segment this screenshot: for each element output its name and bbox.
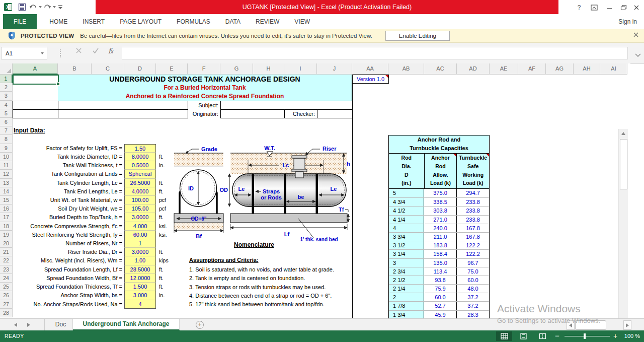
anchor-cell-turnbuckle-load[interactable]: 75.0 xyxy=(457,267,489,276)
row-header-23[interactable]: 23 xyxy=(0,265,13,274)
input-cell[interactable]: 4.000 xyxy=(124,222,156,231)
column-header-I[interactable]: I xyxy=(284,63,317,75)
horizontal-scroll-thumb[interactable] xyxy=(575,320,606,330)
fill-handle[interactable] xyxy=(56,82,60,86)
anchor-cell-turnbuckle-load[interactable]: 96.7 xyxy=(457,259,489,267)
anchor-cell-rod-dia[interactable]: 1 3/4 xyxy=(389,311,424,318)
close-icon[interactable] xyxy=(631,4,642,12)
anchor-cell-rod-load[interactable]: 60.0 xyxy=(424,293,457,301)
column-header-B[interactable]: B xyxy=(58,63,92,75)
zoom-slider-thumb[interactable] xyxy=(584,333,586,339)
ribbon-display-options-icon[interactable] xyxy=(589,4,600,12)
row-header-13[interactable]: 13 xyxy=(0,179,13,187)
input-cell[interactable]: 3.0000 xyxy=(124,248,156,256)
input-cell[interactable]: 26.5000 xyxy=(124,179,156,187)
anchor-cell-turnbuckle-load[interactable]: 167.8 xyxy=(457,233,489,241)
column-header-E[interactable]: E xyxy=(156,63,188,75)
anchor-cell-rod-dia[interactable]: 2 3/4 xyxy=(389,267,424,276)
anchor-cell-rod-dia[interactable]: 3 1/4 xyxy=(389,250,424,258)
column-header-AD[interactable]: AD xyxy=(457,63,490,75)
row-header-24[interactable]: 24 xyxy=(0,274,13,283)
anchor-cell-rod-load[interactable]: 338.5 xyxy=(424,198,457,206)
anchor-cell-rod-dia[interactable]: 3 1/2 xyxy=(389,241,424,249)
column-header-J[interactable]: J xyxy=(317,63,352,75)
ribbon-tab-review[interactable]: REVIEW xyxy=(248,14,287,29)
anchor-cell-rod-dia[interactable]: 5 xyxy=(389,189,424,197)
anchor-cell-rod-dia[interactable]: 1 7/8 xyxy=(389,302,424,310)
help-icon[interactable]: ? xyxy=(574,4,585,12)
input-cell[interactable]: 3.000 xyxy=(124,291,156,300)
column-header-F[interactable]: F xyxy=(188,63,220,75)
cells-canvas[interactable]: UNDERGROUND STORAGE TANK ANCHORAGE DESIG… xyxy=(13,75,627,318)
anchor-cell-rod-load[interactable]: 240.0 xyxy=(424,224,457,232)
column-header-AA[interactable]: AA xyxy=(352,63,388,75)
scroll-up-icon[interactable] xyxy=(619,129,628,138)
column-header-C[interactable]: C xyxy=(92,63,124,75)
row-header-10[interactable]: 10 xyxy=(0,153,13,161)
save-icon[interactable] xyxy=(18,2,26,12)
anchor-cell-rod-load[interactable]: 183.8 xyxy=(424,241,457,249)
column-header-D[interactable]: D xyxy=(124,63,156,75)
row-header-17[interactable]: 17 xyxy=(0,213,13,222)
input-cell[interactable]: 1 xyxy=(124,239,156,248)
anchor-cell-turnbuckle-load[interactable]: 60.0 xyxy=(457,276,489,284)
anchor-cell-rod-load[interactable]: 52.7 xyxy=(424,302,457,310)
zoom-level[interactable]: 100 % xyxy=(624,330,640,342)
add-sheet-icon[interactable]: + xyxy=(196,321,204,329)
row-header-18[interactable]: 18 xyxy=(0,222,13,231)
input-cell[interactable]: 1.500 xyxy=(124,283,156,291)
formula-input[interactable] xyxy=(122,47,628,59)
anchor-cell-rod-dia[interactable]: 2 1/2 xyxy=(389,276,424,284)
ribbon-tab-view[interactable]: VIEW xyxy=(287,14,317,29)
qat-customize-icon[interactable] xyxy=(57,2,63,12)
hscroll-right-icon[interactable] xyxy=(623,320,631,330)
anchor-cell-turnbuckle-load[interactable]: 294.7 xyxy=(457,189,489,197)
row-header-3[interactable]: 3 xyxy=(0,92,13,101)
hscroll-left-icon[interactable] xyxy=(567,320,575,330)
anchor-cell-rod-load[interactable]: 135.0 xyxy=(424,259,457,267)
row-header-19[interactable]: 19 xyxy=(0,231,13,239)
anchor-cell-turnbuckle-load[interactable]: 233.8 xyxy=(457,198,489,206)
ribbon-tab-page-layout[interactable]: PAGE LAYOUT xyxy=(112,14,169,29)
page-layout-view-icon[interactable] xyxy=(515,331,531,341)
job-name-label-cell[interactable] xyxy=(13,101,58,110)
anchor-cell-rod-dia[interactable]: 2 1/4 xyxy=(389,285,424,293)
selected-cell-a1[interactable] xyxy=(13,75,59,85)
vertical-scroll-thumb[interactable] xyxy=(620,139,627,189)
redo-caret[interactable] xyxy=(53,6,56,8)
anchor-cell-turnbuckle-load[interactable]: 28.3 xyxy=(457,311,489,318)
anchor-cell-rod-dia[interactable]: 4 1/4 xyxy=(389,216,424,224)
column-header-AE[interactable]: AE xyxy=(490,63,518,75)
input-cell[interactable]: 4.0000 xyxy=(124,187,156,196)
undo-caret[interactable] xyxy=(39,6,42,8)
ribbon-tab-file[interactable]: FILE xyxy=(3,14,37,29)
input-cell[interactable]: 3.0000 xyxy=(124,213,156,222)
minimize-icon[interactable] xyxy=(604,4,615,12)
version-cell[interactable]: Version 1.0 xyxy=(352,75,389,84)
anchor-cell-rod-dia[interactable]: 3 3/4 xyxy=(389,233,424,241)
zoom-in-icon[interactable]: + xyxy=(613,330,617,341)
row-header-2[interactable]: 2 xyxy=(0,83,13,92)
zoom-slider-track[interactable] xyxy=(565,336,610,336)
tab-nav-right-icon[interactable] xyxy=(27,323,30,327)
row-header-20[interactable]: 20 xyxy=(0,239,13,248)
row-header-9[interactable]: 9 xyxy=(0,144,13,153)
job-name-cell[interactable] xyxy=(58,101,188,110)
column-header-AG[interactable]: AG xyxy=(546,63,574,75)
anchor-cell-turnbuckle-load[interactable]: 48.0 xyxy=(457,285,489,293)
enter-icon[interactable] xyxy=(92,47,99,55)
anchor-cell-rod-dia[interactable]: 3 xyxy=(389,259,424,267)
tab-nav-left-icon[interactable] xyxy=(14,323,17,327)
normal-view-icon[interactable] xyxy=(496,331,512,341)
input-cell[interactable]: 0.5000 xyxy=(124,161,156,170)
job-number-label-cell[interactable] xyxy=(13,109,58,118)
anchor-cell-rod-load[interactable]: 158.4 xyxy=(424,250,457,258)
ribbon-tab-home[interactable]: HOME xyxy=(42,14,75,29)
job-number-cell[interactable] xyxy=(58,109,188,118)
ribbon-tab-data[interactable]: DATA xyxy=(218,14,248,29)
anchor-cell-rod-load[interactable]: 75.9 xyxy=(424,285,457,293)
row-header-6[interactable]: 6 xyxy=(0,118,13,126)
anchor-cell-turnbuckle-load[interactable]: 233.8 xyxy=(457,216,489,224)
input-cell[interactable]: 28.5000 xyxy=(124,265,156,274)
row-header-16[interactable]: 16 xyxy=(0,204,13,213)
